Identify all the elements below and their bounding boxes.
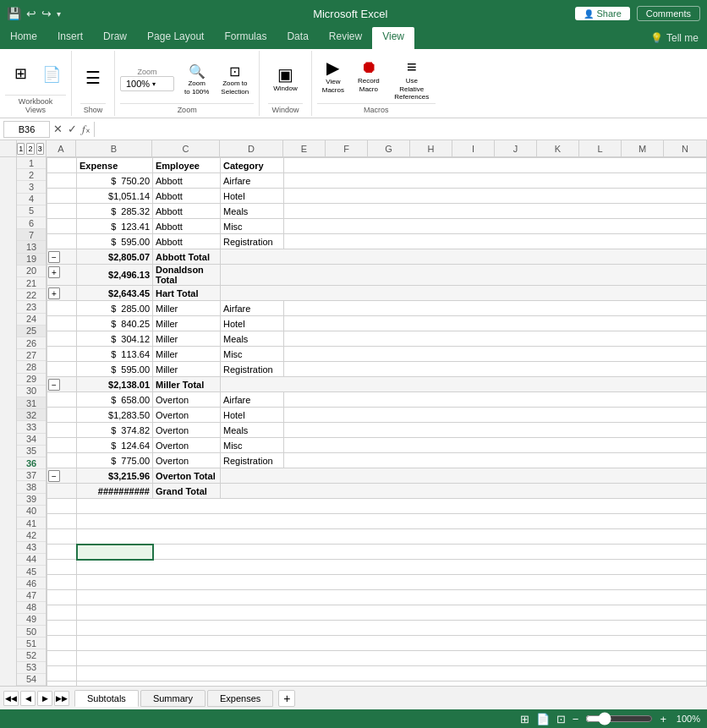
- cell-d3[interactable]: Hotel: [221, 189, 284, 204]
- row-num-49[interactable]: 49: [17, 614, 46, 626]
- tell-me-input[interactable]: 💡Tell me: [642, 27, 707, 49]
- view-macros-button[interactable]: ▶ ViewMacros: [317, 56, 349, 96]
- row-num-25[interactable]: 25: [17, 326, 46, 337]
- cell-b19[interactable]: $2,643.45: [77, 286, 153, 301]
- cell-d4[interactable]: Meals: [221, 204, 284, 219]
- page-layout-view-button[interactable]: 📄: [37, 63, 66, 85]
- cell-d29[interactable]: Misc: [221, 438, 284, 453]
- row-num-6[interactable]: 6: [17, 217, 46, 229]
- table-row[interactable]: $ 304.12 Miller Meals: [47, 331, 707, 347]
- cell-d27[interactable]: Hotel: [221, 408, 284, 423]
- cell-c24[interactable]: Miller: [153, 362, 221, 377]
- tab-draw[interactable]: Draw: [93, 27, 137, 49]
- cell-d6[interactable]: Registration: [221, 234, 284, 249]
- table-row[interactable]: $ 775.00 Overton Registration: [47, 453, 707, 468]
- table-row[interactable]: [47, 529, 707, 545]
- row-num-21[interactable]: 21: [17, 277, 46, 289]
- row-num-42[interactable]: 42: [17, 529, 46, 541]
- row-num-29[interactable]: 29: [17, 374, 46, 386]
- cell-b27[interactable]: $1,283.50: [77, 408, 153, 423]
- table-row[interactable]: $ 285.00 Miller Airfare: [47, 301, 707, 316]
- table-row[interactable]: $ 123.41 Abbott Misc: [47, 219, 707, 234]
- tab-view[interactable]: View: [372, 27, 414, 49]
- cell-d2[interactable]: Airfare: [221, 173, 284, 189]
- cell-c31[interactable]: Overton Total: [153, 468, 221, 484]
- zoom-in-status-button[interactable]: +: [660, 713, 666, 725]
- cell-b30[interactable]: $ 775.00: [77, 453, 153, 468]
- sheet-nav-prev[interactable]: ◀: [20, 691, 36, 706]
- table-row[interactable]: [47, 621, 707, 636]
- row-num-23[interactable]: 23: [17, 301, 46, 313]
- sheet-tab-subtotals[interactable]: Subtotals: [74, 690, 139, 707]
- row-num-47[interactable]: 47: [17, 589, 46, 601]
- col-header-m[interactable]: M: [622, 140, 664, 156]
- table-row[interactable]: − $2,805.07 Abbott Total: [47, 249, 707, 265]
- table-row[interactable]: $ 113.64 Miller Misc: [47, 347, 707, 362]
- row-num-41[interactable]: 41: [17, 517, 46, 529]
- use-relative-references-button[interactable]: ≡ Use RelativeReferences: [388, 56, 436, 103]
- row-num-45[interactable]: 45: [17, 566, 46, 577]
- cell-b6[interactable]: $ 595.00: [77, 234, 153, 249]
- zoom-100-button[interactable]: 🔍 Zoomto 100%: [179, 62, 214, 97]
- cell-b25[interactable]: $2,138.01: [77, 377, 153, 392]
- row-num-37[interactable]: 37: [17, 469, 46, 481]
- cell-b24[interactable]: $ 595.00: [77, 362, 153, 377]
- save-icon[interactable]: 💾: [7, 7, 21, 20]
- row-num-36[interactable]: 36: [17, 457, 46, 469]
- col-header-d[interactable]: D: [220, 140, 283, 156]
- customize-quick-access-icon[interactable]: ▾: [57, 9, 61, 19]
- expand-hart-button[interactable]: +: [48, 287, 60, 299]
- table-row[interactable]: $ 124.64 Overton Misc: [47, 438, 707, 453]
- col-header-e[interactable]: E: [283, 140, 326, 156]
- row-num-4[interactable]: 4: [17, 194, 46, 205]
- table-row[interactable]: [47, 590, 707, 605]
- row-num-22[interactable]: 22: [17, 289, 46, 301]
- sheet-tab-expenses[interactable]: Expenses: [207, 690, 273, 707]
- level-button-3[interactable]: 3: [36, 143, 44, 155]
- col-header-h[interactable]: H: [410, 140, 452, 156]
- col-header-j[interactable]: J: [495, 140, 537, 156]
- formula-input[interactable]: [100, 121, 704, 138]
- cell-b3[interactable]: $1,051.14: [77, 189, 153, 204]
- table-row[interactable]: $ 840.25 Miller Hotel: [47, 316, 707, 331]
- row-num-34[interactable]: 34: [17, 434, 46, 446]
- zoom-dropdown[interactable]: 100% ▾: [120, 76, 174, 91]
- row-num-38[interactable]: 38: [17, 481, 46, 493]
- cell-b29[interactable]: $ 124.64: [77, 438, 153, 453]
- row-num-13[interactable]: 13: [17, 241, 46, 253]
- cell-b5[interactable]: $ 123.41: [77, 219, 153, 234]
- page-layout-status-icon[interactable]: 📄: [536, 713, 550, 725]
- table-row[interactable]: − $3,215.96 Overton Total: [47, 468, 707, 484]
- active-cell-b36[interactable]: [77, 545, 153, 560]
- sheet-nav-next[interactable]: ▶: [37, 691, 52, 706]
- table-row[interactable]: [47, 514, 707, 529]
- add-sheet-button[interactable]: +: [278, 690, 295, 707]
- row-num-3[interactable]: 3: [17, 181, 46, 193]
- sheet-nav-next-next[interactable]: ▶▶: [54, 691, 69, 706]
- col-header-a[interactable]: A: [47, 140, 76, 156]
- cell-c22[interactable]: Miller: [153, 331, 221, 347]
- cell-d30[interactable]: Registration: [221, 453, 284, 468]
- spreadsheet-grid[interactable]: Expense Employee Category $ 750.20 Abbot…: [47, 157, 707, 686]
- cell-b2[interactable]: $ 750.20: [77, 173, 153, 189]
- row-num-28[interactable]: 28: [17, 361, 46, 373]
- share-button[interactable]: 👤 Share: [575, 7, 629, 20]
- tab-data[interactable]: Data: [277, 27, 318, 49]
- table-row[interactable]: $ 595.00 Miller Registration: [47, 362, 707, 377]
- sheet-tab-summary[interactable]: Summary: [140, 690, 206, 707]
- comments-button[interactable]: Comments: [637, 6, 700, 21]
- row-num-7[interactable]: 7: [17, 229, 46, 241]
- table-row[interactable]: + $2,496.13 Donaldson Total: [47, 265, 707, 286]
- row-num-33[interactable]: 33: [17, 421, 46, 433]
- cell-d21[interactable]: Hotel: [221, 316, 284, 331]
- table-row[interactable]: $ 374.82 Overton Meals: [47, 423, 707, 438]
- cell-d22[interactable]: Meals: [221, 331, 284, 347]
- cancel-formula-icon[interactable]: ✕: [53, 123, 63, 135]
- table-row[interactable]: $ 658.00 Overton Airfare: [47, 392, 707, 408]
- cell-b28[interactable]: $ 374.82: [77, 423, 153, 438]
- row-num-26[interactable]: 26: [17, 337, 46, 349]
- expand-donaldson-button[interactable]: +: [48, 266, 60, 278]
- sheet-nav-prev-prev[interactable]: ◀◀: [3, 691, 19, 706]
- cell-c20[interactable]: Miller: [153, 301, 221, 316]
- cell-reference-box[interactable]: [3, 121, 50, 138]
